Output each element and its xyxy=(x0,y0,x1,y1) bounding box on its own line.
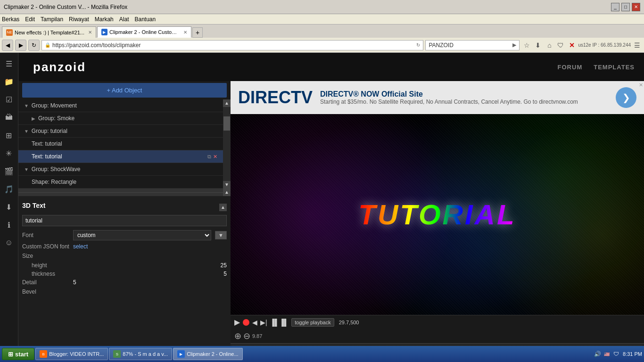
sidebar-download-icon[interactable]: ⬇ xyxy=(2,200,16,214)
play-button[interactable]: ▶ xyxy=(234,318,240,327)
new-tab-button[interactable]: + xyxy=(192,27,203,38)
menu-bantuan[interactable]: Bantuan xyxy=(134,16,156,23)
panzoid-nav: FORUM TEMPLATES xyxy=(558,64,635,71)
menu-tampilan[interactable]: Tampilan xyxy=(41,16,63,23)
bookmark-icon[interactable]: ☆ xyxy=(521,40,532,50)
sidebar-landscape-icon[interactable]: 🏔 xyxy=(2,110,16,124)
taskbar-smadav[interactable]: S 87% - S m a d a v... xyxy=(109,348,172,360)
sidebar-info-icon[interactable]: ℹ xyxy=(2,218,16,232)
font-select[interactable]: custom xyxy=(73,230,211,240)
tab-close-2[interactable]: ✕ xyxy=(183,30,187,35)
search-bar[interactable]: PANZOID ▶ xyxy=(425,40,520,50)
sidebar-grid-icon[interactable]: ⊞ xyxy=(2,128,16,142)
maximize-button[interactable]: □ xyxy=(621,3,630,11)
sidebar-folder-icon[interactable]: 📁 xyxy=(2,74,16,89)
ad-arrow-button[interactable]: ❯ xyxy=(616,87,636,108)
back-button[interactable]: ◀ xyxy=(2,40,13,51)
layer-smoke[interactable]: ▶ Group: Smoke xyxy=(18,112,223,125)
zoom-out-button[interactable]: ⊖ xyxy=(243,331,250,341)
start-label: start xyxy=(15,351,28,358)
text-input[interactable] xyxy=(22,215,227,226)
menu-alat[interactable]: Alat xyxy=(119,16,129,23)
delete-layer-button[interactable]: ✕ xyxy=(213,154,217,160)
tab-close-1[interactable]: ✕ xyxy=(88,30,92,35)
waveform-button[interactable]: ▐▌▐▌ xyxy=(270,319,289,326)
panel-divider: ▲ xyxy=(18,189,231,196)
sidebar-video-icon[interactable]: 🎬 xyxy=(2,164,16,178)
menu-riwayat[interactable]: Riwayat xyxy=(69,16,89,23)
antivirus-icon[interactable]: 🛡 xyxy=(612,350,620,358)
tab-clipmaker[interactable]: ▶ Clipmaker 2 - Online Custom V... ✕ xyxy=(97,26,191,38)
scroll-down-button[interactable]: ▼ xyxy=(223,181,231,189)
taskbar-blogger[interactable]: B Blogger: VIDEO INTR... xyxy=(35,348,108,360)
next-button[interactable]: ▶| xyxy=(260,319,267,326)
ad-title: DIRECTV® NOW Official Site xyxy=(320,90,578,99)
sidebar-star-icon[interactable]: ✳ xyxy=(2,146,16,160)
smadav-label: 87% - S m a d a v... xyxy=(123,351,168,357)
layer-text-tutorial-2[interactable]: Text: tutorial ⧉ ✕ xyxy=(18,150,223,163)
tab-title-2: Clipmaker 2 - Online Custom V... xyxy=(109,29,180,35)
detail-label: Detail xyxy=(22,279,69,286)
detail-value: 5 xyxy=(73,279,76,286)
props-scroll-btn[interactable]: ▲ xyxy=(219,204,227,211)
thickness-row: thickness 5 xyxy=(22,271,227,277)
layers-list: ▼ Group: Movement ▶ Group: Smoke ▼ Group… xyxy=(18,99,223,189)
ad-subtitle: Starting at $35/mo. No Satellite Require… xyxy=(320,99,578,105)
refresh-icon: ↻ xyxy=(416,42,420,48)
playback-controls: ▶ ◀ ▶| ▐▌▐▌ toggle playback 29.7,500 xyxy=(231,315,644,329)
record-button[interactable] xyxy=(243,319,249,326)
prev-button[interactable]: ◀ xyxy=(252,319,257,326)
download-icon[interactable]: ⬇ xyxy=(533,40,543,50)
zoom-in-button[interactable]: ⊕ xyxy=(234,331,241,341)
divider-scroll-up[interactable]: ▲ xyxy=(223,189,231,196)
ad-banner: ✕ DIRECTV DIRECTV® NOW Official Site Sta… xyxy=(231,81,644,114)
font-dropdown-arrow[interactable]: ▼ xyxy=(215,231,227,239)
add-object-button[interactable]: + Add Object xyxy=(22,83,227,98)
templates-nav[interactable]: TEMPLATES xyxy=(594,64,635,71)
layer-tutorial-group[interactable]: ▼ Group: tutorial xyxy=(18,125,223,138)
properties-header: 3D Text ▲ xyxy=(22,200,227,215)
layer-actions: ⧉ ✕ xyxy=(207,154,217,160)
layer-rectangle[interactable]: Shape: Rectangle xyxy=(18,176,223,189)
smadav-icon: S xyxy=(113,350,121,358)
browser-tabs: NE New effects :) | Template#21... ✕ ▶ C… xyxy=(0,25,644,38)
menu-berkas[interactable]: Berkas xyxy=(2,16,19,23)
layer-label: Text: tutorial xyxy=(32,140,62,147)
taskbar-clipmaker[interactable]: ▶ Clipmaker 2 - Online... xyxy=(173,348,242,360)
network-flag: 🇺🇸 xyxy=(604,352,610,357)
refresh-button[interactable]: ↻ xyxy=(28,40,40,51)
sidebar-menu-icon[interactable]: ☰ xyxy=(2,57,16,71)
time-display: 29.7,500 xyxy=(339,320,359,325)
address-bar[interactable]: 🔒 https://panzoid.com/tools/clipmaker ↻ xyxy=(41,40,423,50)
forum-nav[interactable]: FORUM xyxy=(558,64,583,71)
forward-button[interactable]: ▶ xyxy=(15,40,26,51)
layer-text-tutorial-1[interactable]: Text: tutorial xyxy=(18,138,223,150)
thickness-value: 5 xyxy=(208,271,227,277)
x-icon[interactable]: ✕ xyxy=(567,40,577,50)
close-button[interactable]: ✕ xyxy=(632,3,640,11)
volume-icon[interactable]: 🔊 xyxy=(594,350,601,358)
menu-icon[interactable]: ☰ xyxy=(632,40,642,50)
browser-toolbar: ◀ ▶ ↻ 🔒 https://panzoid.com/tools/clipma… xyxy=(0,38,644,53)
sidebar-music-icon[interactable]: 🎵 xyxy=(2,182,16,196)
ad-close-button[interactable]: ✕ xyxy=(639,82,643,88)
home-icon[interactable]: ⌂ xyxy=(544,40,554,50)
select-font-button[interactable]: select xyxy=(73,243,88,250)
copy-layer-button[interactable]: ⧉ xyxy=(207,154,211,160)
menu-edit[interactable]: Edit xyxy=(25,16,35,23)
panzoid-logo: panzoid xyxy=(33,60,86,74)
sidebar-icons: ☰ 📁 ☑ 🏔 ⊞ ✳ 🎬 🎵 ⬇ ℹ ☺ xyxy=(0,53,18,362)
scroll-up-button[interactable]: ▲ xyxy=(223,99,231,107)
start-button[interactable]: ⊞ start xyxy=(2,348,34,360)
sidebar-face-icon[interactable]: ☺ xyxy=(2,236,16,250)
layer-movement[interactable]: ▼ Group: Movement xyxy=(18,99,223,112)
menu-markah[interactable]: Markah xyxy=(95,16,114,23)
tab-new-effects[interactable]: NE New effects :) | Template#21... ✕ xyxy=(2,26,96,38)
layer-shockwave[interactable]: ▼ Group: ShockWave xyxy=(18,163,223,176)
sidebar-check-icon[interactable]: ☑ xyxy=(2,92,16,107)
shield-icon[interactable]: 🛡 xyxy=(555,40,566,50)
minimize-button[interactable]: _ xyxy=(611,3,619,11)
ad-text: DIRECTV® NOW Official Site Starting at $… xyxy=(320,90,578,105)
address-text: https://panzoid.com/tools/clipmaker xyxy=(52,42,414,49)
detail-row: Detail 5 xyxy=(22,279,227,286)
